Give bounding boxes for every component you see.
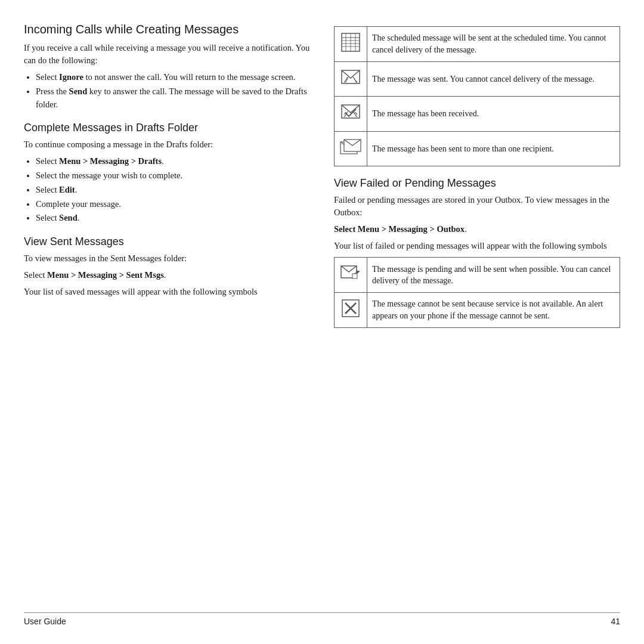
table-row: The message has been sent to more than o… — [335, 131, 620, 166]
bold-text: Menu > Messaging > Drafts — [59, 156, 162, 166]
section-sent-messages: View Sent Messages To view messages in t… — [24, 236, 310, 298]
bullets-drafts: Select Menu > Messaging > Drafts. Select… — [36, 155, 310, 225]
bullets-incoming-calls: Select Ignore to not answer the call. Yo… — [36, 71, 310, 111]
svg-rect-15 — [352, 274, 357, 278]
menu-path-outbox-bold: Select Menu > Messaging > Outbox — [334, 224, 465, 234]
desc-text-pending: The message is pending and will be sent … — [372, 265, 611, 286]
icon-cell-scheduled — [335, 27, 367, 62]
intro-drafts: To continue composing a message in the D… — [24, 138, 310, 151]
failed-x-icon — [339, 297, 362, 320]
menu-path-outbox-period: . — [465, 224, 467, 234]
menu-path-outbox: Select Menu > Messaging > Outbox. — [334, 223, 620, 236]
footer-left: User Guide — [24, 617, 66, 626]
pending-icon — [339, 262, 362, 284]
text-after: . — [78, 213, 80, 222]
failed-pending-table: The message is pending and will be sent … — [334, 257, 620, 327]
table-row: The message is pending and will be sent … — [335, 258, 620, 293]
heading-incoming-calls: Incoming Calls while Creating Messages — [24, 21, 310, 37]
text-after: . — [75, 185, 78, 194]
table-row: The message has been received. — [335, 97, 620, 132]
menu-path-period: . — [164, 270, 166, 280]
body-sent-messages: Your list of saved messages will appear … — [24, 286, 310, 298]
desc-text-scheduled: The scheduled message will be sent at th… — [372, 33, 606, 54]
bold-text: Ignore — [59, 72, 83, 82]
table-row: The message cannot be sent because servi… — [335, 293, 620, 328]
sent-status-table: The scheduled message will be sent at th… — [334, 26, 620, 166]
right-column: The scheduled message will be sent at th… — [328, 21, 620, 606]
list-item: Select Edit. — [36, 184, 310, 197]
section-incoming-calls: Incoming Calls while Creating Messages I… — [24, 21, 310, 111]
page: Incoming Calls while Creating Messages I… — [0, 0, 644, 644]
footer-right: 41 — [611, 617, 620, 626]
desc-cell-received: The message has been received. — [367, 97, 620, 132]
bold-text: Send — [59, 213, 78, 222]
heading-sent-messages: View Sent Messages — [24, 236, 310, 248]
left-column: Incoming Calls while Creating Messages I… — [24, 21, 316, 606]
desc-text-received: The message has been received. — [372, 109, 479, 118]
desc-text-sent: The message was sent. You cannot cancel … — [372, 75, 595, 83]
desc-cell-sent: The message was sent. You cannot cancel … — [367, 61, 620, 97]
text-before: Select — [36, 185, 59, 194]
text-before: Press the — [36, 86, 69, 96]
desc-cell-multi: The message has been sent to more than o… — [367, 131, 620, 166]
text-after: . — [162, 156, 164, 166]
icon-cell-received — [335, 97, 367, 132]
multi-recipient-icon — [339, 136, 362, 159]
text-before: Select — [36, 213, 59, 222]
heading-drafts: Complete Messages in Drafts Folder — [24, 122, 310, 134]
heading-failed-pending: View Failed or Pending Messages — [334, 177, 620, 190]
text-before: Select — [36, 72, 59, 82]
footer: User Guide 41 — [24, 612, 620, 626]
list-item: Press the Send key to answer the call. T… — [36, 85, 310, 112]
desc-text-failed: The message cannot be sent because servi… — [372, 299, 603, 320]
list-item: Complete your message. — [36, 198, 310, 211]
text-only: Select the message your wish to complete… — [36, 171, 182, 180]
list-item: Select Menu > Messaging > Drafts. — [36, 155, 310, 168]
bold-text: Send — [69, 86, 88, 96]
received-check-icon — [339, 101, 362, 123]
desc-cell-failed: The message cannot be sent because servi… — [367, 293, 620, 328]
icon-cell-pending — [335, 258, 367, 293]
intro-incoming-calls: If you receive a call while receiving a … — [24, 42, 310, 67]
desc-cell-scheduled: The scheduled message will be sent at th… — [367, 27, 620, 62]
scheduled-icon — [339, 31, 362, 54]
intro-failed-pending: Failed or pending messages are stored in… — [334, 194, 620, 219]
body-failed-pending: Your list of failed or pending messages … — [334, 240, 620, 252]
desc-text-multi: The message has been sent to more than o… — [372, 144, 554, 153]
content-area: Incoming Calls while Creating Messages I… — [24, 21, 620, 606]
section-drafts: Complete Messages in Drafts Folder To co… — [24, 122, 310, 225]
list-item: Select Send. — [36, 212, 310, 225]
bold-text: Edit — [59, 185, 75, 194]
menu-path-label: Select — [24, 270, 47, 280]
section-failed-pending: View Failed or Pending Messages Failed o… — [334, 177, 620, 252]
menu-path-sent: Select Menu > Messaging > Sent Msgs. — [24, 269, 310, 281]
text-only: Complete your message. — [36, 199, 121, 209]
icon-cell-multi — [335, 131, 367, 166]
table-row: The message was sent. You cannot cancel … — [335, 61, 620, 97]
icon-cell-failed — [335, 293, 367, 328]
intro-sent-messages: To view messages in the Sent Messages fo… — [24, 252, 310, 265]
text-before: Select — [36, 156, 59, 166]
desc-cell-pending: The message is pending and will be sent … — [367, 258, 620, 293]
table-row: The scheduled message will be sent at th… — [335, 27, 620, 62]
list-item: Select Ignore to not answer the call. Yo… — [36, 71, 310, 84]
list-item: Select the message your wish to complete… — [36, 169, 310, 182]
icon-cell-sent — [335, 61, 367, 97]
menu-path-bold: Menu > Messaging > Sent Msgs — [47, 270, 164, 280]
text-after: to not answer the call. You will return … — [83, 72, 296, 82]
sent-check-icon — [339, 66, 362, 89]
